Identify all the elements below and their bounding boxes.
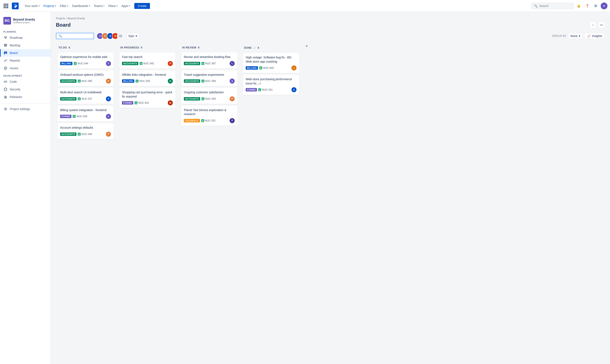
card-labels: BILLING ▲ NUC-340 bbox=[246, 66, 274, 70]
search-box[interactable]: 🔍 Search bbox=[531, 3, 574, 9]
help-button[interactable]: ❓ bbox=[584, 2, 591, 9]
jira-logo[interactable] bbox=[12, 2, 19, 9]
sidebar-item-project-settings[interactable]: Project settings bbox=[0, 105, 51, 113]
breadcrumb-projects[interactable]: Projects bbox=[56, 17, 65, 20]
board-card[interactable]: Fast trip search ACCOUNTS ▲ NUC-342 R bbox=[120, 52, 175, 69]
breadcrumb-project-name[interactable]: Beyond Gravity bbox=[68, 17, 85, 20]
sidebar-item-roadmap[interactable]: Roadmap bbox=[0, 34, 51, 41]
board-card[interactable]: Planet Taxi Device exploration & researc… bbox=[181, 106, 237, 126]
sidebar-project[interactable]: BG Beyond Gravity Software project bbox=[0, 15, 51, 28]
page-title: Board bbox=[56, 22, 70, 28]
board-card[interactable]: Multi-dest search UI mobileweb ACCOUNTS … bbox=[58, 88, 113, 104]
column-header-todo: TO DO 6 bbox=[58, 44, 113, 51]
column-title: TO DO bbox=[58, 46, 67, 49]
chevron-down-icon: ▾ bbox=[89, 5, 90, 7]
board-search[interactable]: 🔍 bbox=[56, 33, 94, 39]
board-card[interactable]: Shopping cart purchasing error - quick f… bbox=[120, 88, 175, 108]
card-footer: FORMS ▲ NUC-341 A bbox=[246, 87, 297, 92]
nav-left: Your work ▾ Projects ▾ Filter ▾ Dashboar… bbox=[2, 2, 150, 9]
nav-filter[interactable]: Filter ▾ bbox=[58, 3, 70, 9]
sidebar-item-security[interactable]: Security bbox=[0, 86, 51, 93]
svg-rect-13 bbox=[6, 96, 6, 97]
card-labels: FORMS ▲ NUC-341 bbox=[122, 101, 149, 104]
card-labels: FORMS ▲ NUC-341 bbox=[246, 88, 272, 91]
card-footer: ACCOUNTS ▲ NUC-342 R bbox=[122, 61, 173, 66]
card-avatar: S bbox=[106, 61, 111, 66]
card-title: Multi-dest search UI mobileweb bbox=[60, 90, 111, 95]
nav-dashboards[interactable]: Dashboards ▾ bbox=[70, 3, 92, 9]
search-icon: 🔍 bbox=[534, 4, 538, 8]
issue-icon: ▲ bbox=[140, 62, 143, 65]
nav-teams[interactable]: Teams ▾ bbox=[92, 3, 106, 9]
card-footer: BILLING ▲ NUC-344 S bbox=[60, 61, 111, 66]
star-button[interactable]: ☆ bbox=[590, 22, 596, 28]
nav-plans[interactable]: Plans ▾ bbox=[107, 3, 119, 9]
card-label: ACCOUNTS bbox=[184, 97, 200, 101]
sidebar-item-code[interactable]: Code bbox=[0, 78, 51, 86]
board-card[interactable]: Account settings defaults ACCOUNTS ▲ NUC… bbox=[58, 123, 113, 139]
insights-button[interactable]: 📈 Insights bbox=[584, 33, 605, 39]
board-card[interactable]: Affelite links integration - frontend BI… bbox=[120, 70, 175, 86]
svg-rect-1 bbox=[4, 44, 7, 45]
card-issue-id: ▲ NUC-344 bbox=[74, 62, 88, 65]
sidebar-item-issues[interactable]: Issues bbox=[0, 64, 51, 72]
card-issue-id: ▲ NUC-360 bbox=[78, 79, 92, 82]
add-column-button[interactable]: + bbox=[303, 43, 310, 50]
svg-point-14 bbox=[5, 109, 6, 110]
board-card[interactable]: Web-store purchasing performance issue f… bbox=[243, 75, 299, 95]
card-issue-id: ▲ NUC-339 bbox=[73, 115, 87, 118]
card-title: Web-store purchasing performance issue f… bbox=[246, 77, 297, 86]
card-labels: FEEDBACK ▲ NUC-351 bbox=[184, 119, 216, 122]
svg-rect-11 bbox=[4, 98, 7, 98]
issue-icon: ▲ bbox=[78, 97, 81, 100]
card-labels: ACCOUNTS ▲ NUC-360 bbox=[60, 79, 92, 83]
svg-rect-3 bbox=[4, 46, 7, 47]
card-labels: ACCOUNTS ▲ NUC-337 bbox=[60, 97, 92, 101]
sidebar-item-board[interactable]: Board bbox=[0, 49, 51, 57]
settings-button[interactable]: ⚙️ bbox=[592, 2, 599, 9]
board-card[interactable]: Billing system integration - frontend FO… bbox=[58, 106, 113, 122]
create-button[interactable]: Create bbox=[134, 3, 150, 9]
issue-icon: ▲ bbox=[78, 133, 81, 136]
sidebar-item-reports[interactable]: Reports bbox=[0, 57, 51, 64]
sidebar-bottom-divider bbox=[0, 103, 51, 105]
column-header-inprogress: IN PROGRESS 6 bbox=[120, 44, 175, 51]
card-labels: ACCOUNTS ▲ NUC-354 bbox=[184, 97, 216, 101]
group-by-select[interactable]: None ▾ bbox=[568, 33, 583, 39]
sidebar: BG Beyond Gravity Software project PLANN… bbox=[0, 12, 51, 364]
board-card[interactable]: Ongoing customer satisfaction ACCOUNTS ▲… bbox=[181, 88, 237, 104]
card-avatar: D bbox=[230, 118, 235, 123]
card-labels: BILLING ▲ NUC-344 bbox=[60, 62, 88, 65]
notifications-button[interactable]: 🔔 bbox=[575, 2, 582, 9]
nav-apps[interactable]: Apps ▾ bbox=[120, 3, 132, 9]
member-avatars: S P A R +3 bbox=[96, 33, 124, 39]
board-card[interactable]: Optimize experience for mobile web BILLI… bbox=[58, 52, 113, 69]
backlog-icon bbox=[3, 43, 8, 47]
development-section-label: DEVELOPMENT bbox=[0, 72, 51, 78]
main-content: Projects / Beyond Gravity Board ☆ ••• 🔍 … bbox=[51, 12, 610, 364]
nav-your-work[interactable]: Your work ▾ bbox=[23, 3, 41, 9]
more-actions-button[interactable]: ••• bbox=[598, 22, 605, 28]
card-title: Ongoing customer satisfaction bbox=[184, 90, 235, 95]
user-avatar[interactable]: U bbox=[601, 2, 608, 9]
sidebar-item-releases[interactable]: Releases bbox=[0, 93, 51, 101]
card-label: ACCOUNTS bbox=[60, 97, 76, 101]
project-settings-icon bbox=[3, 107, 8, 111]
card-footer: FORMS ▲ NUC-341 M bbox=[122, 100, 173, 105]
epic-filter-button[interactable]: Epic ▾ bbox=[126, 33, 139, 39]
sidebar-item-backlog[interactable]: Backlog bbox=[0, 41, 51, 49]
issue-icon: ▲ bbox=[202, 62, 204, 65]
card-issue-id: ▲ NUC-341 bbox=[135, 101, 149, 104]
column-title: IN REVIEW bbox=[182, 46, 196, 49]
card-label: BILLING bbox=[122, 79, 134, 83]
nav-links: Your work ▾ Projects ▾ Filter ▾ Dashboar… bbox=[23, 3, 132, 9]
avatar-overflow-count[interactable]: +3 bbox=[117, 33, 124, 39]
nav-projects[interactable]: Projects ▾ bbox=[42, 3, 58, 9]
board-card[interactable]: High outage: Software bug fix - BG Web-s… bbox=[243, 53, 299, 73]
board-card[interactable]: Onboard workout options (OWO) ACCOUNTS ▲… bbox=[58, 70, 113, 86]
app-layout: BG Beyond Gravity Software project PLANN… bbox=[0, 12, 610, 364]
done-check-icon: ✓ bbox=[254, 46, 256, 50]
board-card[interactable]: Travel suggestion experiments ACCOUNTS ▲… bbox=[181, 70, 237, 86]
board-card[interactable]: Revise and streamline booking flow ACCOU… bbox=[181, 52, 237, 69]
app-switcher-button[interactable] bbox=[2, 2, 9, 9]
